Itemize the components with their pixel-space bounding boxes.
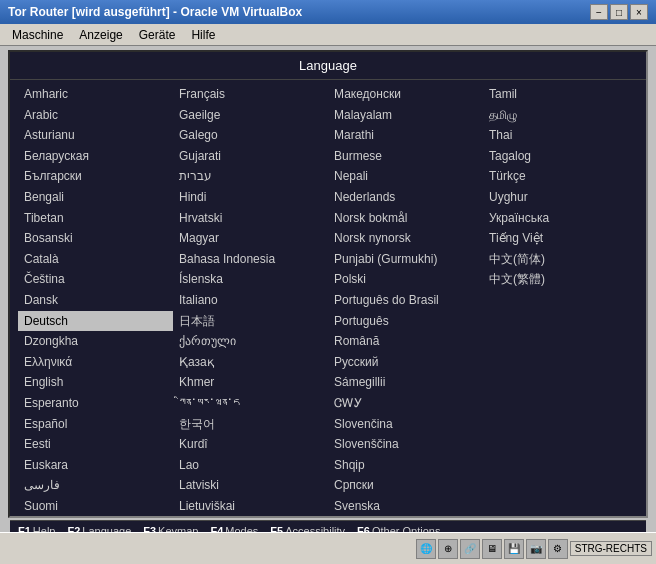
list-item[interactable]: Norsk bokmål [328, 208, 483, 229]
titlebar: Tor Router [wird ausgeführt] - Oracle VM… [0, 0, 656, 24]
list-item[interactable]: ཀིན་ཡར་ཝན་ད [173, 393, 328, 414]
list-item[interactable]: Türkçe [483, 166, 638, 187]
list-item[interactable]: Lao [173, 455, 328, 476]
menu-maschine[interactable]: Maschine [4, 26, 71, 44]
list-item[interactable]: Русский [328, 352, 483, 373]
maximize-button[interactable]: □ [610, 4, 628, 20]
list-item[interactable]: Shqip [328, 455, 483, 476]
menu-anzeige[interactable]: Anzeige [71, 26, 130, 44]
list-item[interactable]: Eesti [18, 434, 173, 455]
tray-icon-5: 💾 [504, 539, 524, 559]
list-item[interactable]: Українська [483, 208, 638, 229]
menu-hilfe[interactable]: Hilfe [183, 26, 223, 44]
tray-icon-4: 🖥 [482, 539, 502, 559]
list-item[interactable]: Gaeilge [173, 105, 328, 126]
list-item[interactable]: Español [18, 414, 173, 435]
list-item[interactable]: Uyghur [483, 187, 638, 208]
list-item[interactable]: Khmer [173, 372, 328, 393]
list-item[interactable]: Thai [483, 125, 638, 146]
list-item[interactable]: Dansk [18, 290, 173, 311]
menu-geraete[interactable]: Geräte [131, 26, 184, 44]
list-item[interactable]: Ελληνικά [18, 352, 173, 373]
list-item[interactable]: Български [18, 166, 173, 187]
tray-icon-2: ⊕ [438, 539, 458, 559]
language-column-3: Македонски Malayalam Marathi Burmese Nep… [328, 84, 483, 516]
tray-icon-1: 🌐 [416, 539, 436, 559]
list-item[interactable]: Bahasa Indonesia [173, 249, 328, 270]
list-item[interactable]: Suomi [18, 496, 173, 517]
list-item[interactable]: فارسی [18, 475, 173, 496]
list-item[interactable]: Српски [328, 475, 483, 496]
list-item[interactable]: Беларуская [18, 146, 173, 167]
language-column-2: Français Gaeilge Galego Gujarati עברית H… [173, 84, 328, 516]
list-item[interactable]: Íslenska [173, 269, 328, 290]
list-item[interactable]: Bosanski [18, 228, 173, 249]
menubar: Maschine Anzeige Geräte Hilfe [0, 24, 656, 46]
list-item[interactable]: Punjabi (Gurmukhi) [328, 249, 483, 270]
list-item[interactable]: Amharic [18, 84, 173, 105]
list-item[interactable]: Čeština [18, 269, 173, 290]
list-item[interactable]: 한국어 [173, 414, 328, 435]
list-item[interactable]: Nederlands [328, 187, 483, 208]
list-item-deutsch[interactable]: Deutsch [18, 311, 173, 332]
list-item[interactable]: Português do Brasil [328, 290, 483, 311]
list-item[interactable]: Euskara [18, 455, 173, 476]
tray-icon-7: ⚙ [548, 539, 568, 559]
list-item[interactable]: Bengali [18, 187, 173, 208]
list-item[interactable]: Burmese [328, 146, 483, 167]
virtualbox-window: Tor Router [wird ausgeführt] - Oracle VM… [0, 0, 656, 522]
list-item[interactable]: Română [328, 331, 483, 352]
list-item[interactable]: Malayalam [328, 105, 483, 126]
list-item[interactable]: Slovenščina [328, 434, 483, 455]
list-item[interactable]: Slovenčina [328, 414, 483, 435]
list-item[interactable]: Македонски [328, 84, 483, 105]
list-item[interactable]: Kurdî [173, 434, 328, 455]
taskbar-system-tray: 🌐 ⊕ 🔗 🖥 💾 📷 ⚙ STRG-RECHTS [416, 539, 652, 559]
list-item[interactable]: Asturianu [18, 125, 173, 146]
list-item[interactable]: 日本語 [173, 311, 328, 332]
tray-icon-6: 📷 [526, 539, 546, 559]
list-item[interactable]: Latviski [173, 475, 328, 496]
window-controls: − □ × [590, 4, 648, 20]
list-item[interactable]: Norsk nynorsk [328, 228, 483, 249]
list-item[interactable]: Tamil [483, 84, 638, 105]
language-column-1: Amharic Arabic Asturianu Беларуская Бълг… [18, 84, 173, 516]
list-item[interactable]: Esperanto [18, 393, 173, 414]
list-item-english[interactable]: English [18, 372, 173, 393]
language-columns: Amharic Arabic Asturianu Беларуская Бълг… [10, 80, 646, 520]
list-item[interactable]: Français [173, 84, 328, 105]
list-item[interactable]: Italiano [173, 290, 328, 311]
tray-icon-3: 🔗 [460, 539, 480, 559]
list-item[interactable]: Tiếng Việt [483, 228, 638, 249]
list-item[interactable]: Tibetan [18, 208, 173, 229]
list-item[interactable]: Arabic [18, 105, 173, 126]
list-item[interactable]: தமிழு [483, 105, 638, 126]
list-item[interactable]: Lietuviškai [173, 496, 328, 517]
close-button[interactable]: × [630, 4, 648, 20]
list-item[interactable]: 中文(简体) [483, 249, 638, 270]
list-item[interactable]: Galego [173, 125, 328, 146]
list-item[interactable]: Català [18, 249, 173, 270]
list-item[interactable]: ᏣᎳᎩ [328, 393, 483, 414]
list-item[interactable]: Tagalog [483, 146, 638, 167]
taskbar: 🌐 ⊕ 🔗 🖥 💾 📷 ⚙ STRG-RECHTS [0, 532, 656, 564]
list-item[interactable]: Hindi [173, 187, 328, 208]
list-item[interactable]: Gujarati [173, 146, 328, 167]
list-item[interactable]: Português [328, 311, 483, 332]
list-item[interactable]: 中文(繁體) [483, 269, 638, 290]
list-item[interactable]: ქართული [173, 331, 328, 352]
list-item[interactable]: Dzongkha [18, 331, 173, 352]
minimize-button[interactable]: − [590, 4, 608, 20]
language-selector-panel: Language Amharic Arabic Asturianu Белару… [8, 50, 648, 518]
window-title: Tor Router [wird ausgeführt] - Oracle VM… [8, 5, 302, 19]
list-item[interactable]: Magyar [173, 228, 328, 249]
list-item[interactable]: עברית [173, 166, 328, 187]
list-item[interactable]: Marathi [328, 125, 483, 146]
list-item[interactable]: Hrvatski [173, 208, 328, 229]
language-column-4: Tamil தமிழு Thai Tagalog Türkçe Uyghur У… [483, 84, 638, 516]
list-item[interactable]: Svenska [328, 496, 483, 517]
list-item[interactable]: Polski [328, 269, 483, 290]
list-item[interactable]: Sámegillii [328, 372, 483, 393]
list-item[interactable]: Nepali [328, 166, 483, 187]
list-item[interactable]: Қазақ [173, 352, 328, 373]
